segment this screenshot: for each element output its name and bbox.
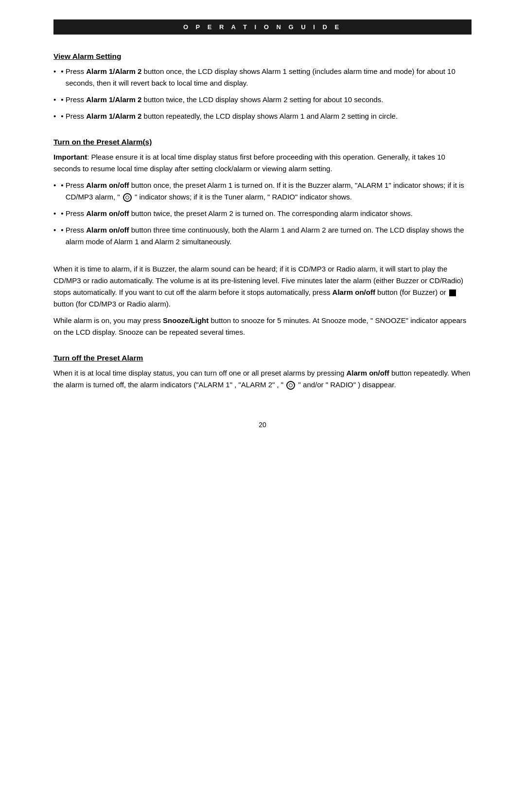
bold-text: Snooze/Light	[163, 316, 209, 325]
important-paragraph: Important: Please ensure it is at local …	[53, 151, 472, 175]
operation-guide-header: O P E R A T I O N G U I D E	[53, 19, 472, 35]
important-label: Important	[53, 153, 87, 161]
list-item-text: Press Alarm on/off button twice, the pre…	[66, 208, 413, 219]
page-container: O P E R A T I O N G U I D E View Alarm S…	[53, 0, 472, 458]
turn-off-body-paragraph: When it is at local time display status,…	[53, 367, 472, 391]
bullet-marker: •	[61, 110, 65, 122]
alarm-body-paragraph1: When it is time to alarm, if it is Buzze…	[53, 263, 472, 310]
bullet-marker: •	[61, 208, 65, 219]
list-item-text: Press Alarm on/off button three time con…	[66, 224, 472, 248]
bold-text: Alarm on/off	[86, 181, 129, 189]
bold-text: Alarm 1/Alarm 2	[86, 95, 141, 104]
list-item-text: Press Alarm on/off button once, the pres…	[66, 180, 472, 203]
alarm-body-paragraph2: While alarm is on, you may press Snooze/…	[53, 315, 472, 338]
bold-text: Alarm on/off	[86, 209, 129, 217]
bullet-marker: •	[61, 94, 65, 106]
alarm-body-section: When it is time to alarm, if it is Buzze…	[53, 263, 472, 343]
view-alarm-setting-list: • Press Alarm 1/Alarm 2 button once, the…	[53, 66, 472, 122]
cd-mp3-icon-2	[286, 381, 295, 390]
bold-text: Alarm on/off	[86, 226, 129, 234]
bold-text: Alarm 1/Alarm 2	[86, 67, 141, 75]
list-item: • Press Alarm 1/Alarm 2 button twice, th…	[53, 94, 472, 106]
list-item-text: Press Alarm 1/Alarm 2 button repeatedly,…	[66, 110, 398, 122]
turn-off-preset-alarm-section: Turn off the Preset Alarm When it is at …	[53, 354, 472, 396]
bold-text: Alarm on/off	[347, 369, 389, 377]
turn-on-preset-alarms-heading: Turn on the Preset Alarm(s)	[53, 138, 472, 146]
turn-off-preset-alarm-heading: Turn off the Preset Alarm	[53, 354, 472, 362]
stop-button-icon	[449, 289, 456, 296]
turn-on-alarms-list: • Press Alarm on/off button once, the pr…	[53, 180, 472, 248]
list-item-text: Press Alarm 1/Alarm 2 button once, the L…	[66, 66, 472, 89]
list-item: • Press Alarm 1/Alarm 2 button repeatedl…	[53, 110, 472, 122]
cd-mp3-icon	[123, 193, 132, 202]
bullet-marker: •	[61, 66, 65, 77]
list-item: • Press Alarm on/off button three time c…	[53, 224, 472, 248]
view-alarm-setting-heading: View Alarm Setting	[53, 52, 472, 61]
view-alarm-setting-section: View Alarm Setting • Press Alarm 1/Alarm…	[53, 52, 472, 127]
bold-text: Alarm on/off	[332, 288, 375, 296]
bold-text: Alarm 1/Alarm 2	[86, 112, 141, 120]
list-item-text: Press Alarm 1/Alarm 2 button twice, the …	[66, 94, 384, 106]
turn-on-preset-alarms-section: Turn on the Preset Alarm(s) Important: P…	[53, 138, 472, 253]
bullet-marker: •	[61, 224, 65, 236]
list-item: • Press Alarm 1/Alarm 2 button once, the…	[53, 66, 472, 89]
list-item: • Press Alarm on/off button once, the pr…	[53, 180, 472, 203]
list-item: • Press Alarm on/off button twice, the p…	[53, 208, 472, 219]
page-number: 20	[53, 421, 472, 429]
bullet-marker: •	[61, 180, 65, 191]
